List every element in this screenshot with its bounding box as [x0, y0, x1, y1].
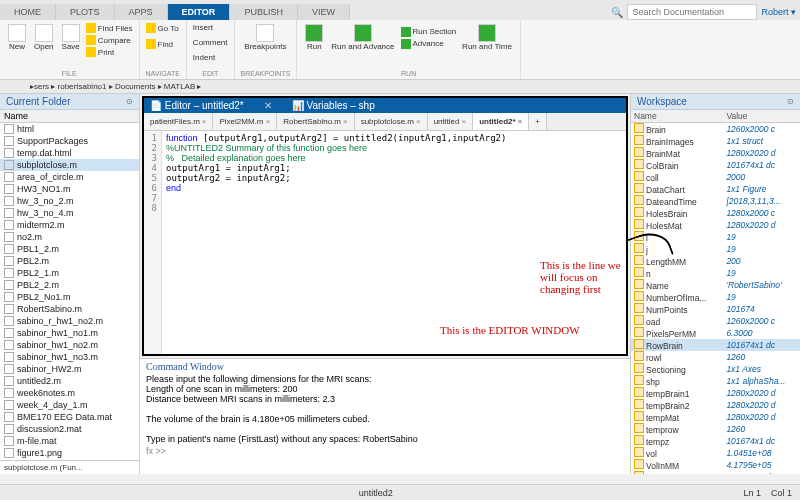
list-item[interactable]: HW3_NO1.m — [0, 183, 139, 195]
comment-button[interactable]: Comment — [193, 37, 228, 48]
run-section-button[interactable]: Run Section — [401, 26, 457, 38]
editor-titlebar[interactable]: 📄 Editor – untitled2* ✕ 📊 Variables – sh… — [144, 98, 626, 113]
table-row[interactable]: tempz101674x1 dc — [631, 435, 800, 447]
table-row[interactable]: n19 — [631, 267, 800, 279]
workspace-table[interactable]: NameValue Brain1260x2000 cBrainImages1x1… — [631, 110, 800, 474]
table-row[interactable]: oad1260x2000 c — [631, 315, 800, 327]
table-row[interactable]: BrainMat1280x2020 d — [631, 147, 800, 159]
list-item[interactable]: sabino_r_hw1_no2.m — [0, 315, 139, 327]
run-time-button[interactable]: Run and Time — [460, 22, 514, 53]
breakpoints-button[interactable]: Breakpoints — [241, 22, 291, 53]
editor-tab[interactable]: subplotclose.m × — [355, 113, 428, 130]
table-row[interactable]: HolesBrain1280x2000 c — [631, 207, 800, 219]
list-item[interactable]: BME170 EEG Data.mat — [0, 411, 139, 423]
list-item[interactable]: PBL2_1.m — [0, 267, 139, 279]
column-header-name[interactable]: Name — [4, 111, 28, 121]
run-button[interactable]: Run — [303, 22, 325, 53]
list-item[interactable]: sabinor_hw1_no3.m — [0, 351, 139, 363]
list-item[interactable]: sabinor_hw1_no2.m — [0, 339, 139, 351]
table-row[interactable]: DateandTime[2018,3,11,3... — [631, 195, 800, 207]
list-item[interactable]: week6notes.m — [0, 387, 139, 399]
close-icon[interactable]: × — [518, 117, 523, 126]
list-item[interactable]: hw_3_no_2.m — [0, 195, 139, 207]
table-row[interactable]: HolesMat1280x2020 d — [631, 219, 800, 231]
print-button[interactable]: Print — [86, 46, 133, 58]
new-button[interactable]: New — [6, 22, 28, 58]
table-row[interactable]: tempBrain21280x2020 d — [631, 399, 800, 411]
table-row[interactable]: PixelsPerMM6.3000 — [631, 327, 800, 339]
table-row[interactable]: tempBrain11280x2020 d — [631, 387, 800, 399]
list-item[interactable]: PBL2_2.m — [0, 279, 139, 291]
breadcrumb[interactable]: ▸sers ▸ robertsabino1 ▸ Documents ▸ MATL… — [0, 80, 800, 94]
table-row[interactable]: shp1x1 alphaSha... — [631, 375, 800, 387]
list-item[interactable]: SupportPackages — [0, 135, 139, 147]
editor-tab[interactable]: RobertSabino.m × — [277, 113, 354, 130]
list-item[interactable]: RobertSabino.m — [0, 303, 139, 315]
command-window[interactable]: Command Window Please input the followin… — [140, 358, 630, 474]
goto-button[interactable]: Go To — [146, 22, 180, 34]
list-item[interactable]: figure1.png — [0, 447, 139, 459]
close-icon[interactable]: × — [265, 117, 270, 126]
tab-home[interactable]: HOME — [0, 4, 56, 20]
list-item[interactable]: PBL2_No1.m — [0, 291, 139, 303]
advance-button[interactable]: Advance — [401, 38, 457, 50]
table-row[interactable]: RowBrain101674x1 dc — [631, 339, 800, 351]
editor-tab[interactable]: untitled2* × — [473, 113, 529, 130]
table-row[interactable]: NumPoints101674 — [631, 303, 800, 315]
table-row[interactable]: coll2000 — [631, 171, 800, 183]
list-item[interactable]: sabinor_hw1_no1.m — [0, 327, 139, 339]
table-row[interactable]: Name'RobertSabino' — [631, 279, 800, 291]
table-row[interactable]: Brain1260x2000 c — [631, 123, 800, 136]
panel-menu-icon[interactable]: ⊙ — [126, 97, 133, 106]
list-item[interactable]: sabinor_HW2.m — [0, 363, 139, 375]
table-row[interactable]: xBrain256354x1 dc — [631, 471, 800, 474]
table-row[interactable]: ColBrain101674x1 dc — [631, 159, 800, 171]
find-button[interactable]: Find — [146, 38, 180, 50]
table-row[interactable]: tempMat1280x2020 d — [631, 411, 800, 423]
search-input[interactable] — [627, 4, 757, 20]
close-icon[interactable]: × — [416, 117, 421, 126]
table-row[interactable]: Sectioning1x1 Axes — [631, 363, 800, 375]
file-list[interactable]: htmlSupportPackagestemp.dat.htmlsubplotc… — [0, 123, 139, 460]
open-button[interactable]: Open — [32, 22, 56, 58]
table-row[interactable]: VolInMM4.1795e+05 — [631, 459, 800, 471]
list-item[interactable]: no2.m — [0, 231, 139, 243]
list-item[interactable]: hw_3_no_4.m — [0, 207, 139, 219]
panel-menu-icon[interactable]: ⊙ — [787, 97, 794, 106]
table-row[interactable]: rowl1260 — [631, 351, 800, 363]
table-row[interactable]: vol1.0451e+08 — [631, 447, 800, 459]
list-item[interactable]: temp.dat.html — [0, 147, 139, 159]
new-tab-button[interactable]: + — [529, 113, 547, 130]
run-advance-button[interactable]: Run and Advance — [329, 22, 396, 53]
tab-apps[interactable]: APPS — [115, 4, 168, 20]
list-item[interactable]: html — [0, 123, 139, 135]
tab-view[interactable]: VIEW — [298, 4, 350, 20]
save-button[interactable]: Save — [60, 22, 82, 58]
list-item[interactable]: PBL2.m — [0, 255, 139, 267]
list-item[interactable]: week_4_day_1.m — [0, 399, 139, 411]
list-item[interactable]: m-file.mat — [0, 435, 139, 447]
table-row[interactable]: NumberOfIma...19 — [631, 291, 800, 303]
list-item[interactable]: discussion2.mat — [0, 423, 139, 435]
close-icon[interactable]: × — [343, 117, 348, 126]
insert-button[interactable]: Insert — [193, 22, 228, 33]
editor-tab[interactable]: untitled × — [428, 113, 473, 130]
list-item[interactable]: untitled2.m — [0, 375, 139, 387]
table-row[interactable]: DataChart1x1 Figure — [631, 183, 800, 195]
tab-publish[interactable]: PUBLISH — [230, 4, 298, 20]
list-item[interactable]: midterm2.m — [0, 219, 139, 231]
close-icon[interactable]: × — [461, 117, 466, 126]
code-area[interactable]: function [outputArg1,outputArg2] = untit… — [162, 131, 626, 354]
tab-plots[interactable]: PLOTS — [56, 4, 115, 20]
editor-tab[interactable]: patientFiles.m × — [144, 113, 213, 130]
editor-tab[interactable]: Pixel2MM.m × — [213, 113, 277, 130]
list-item[interactable]: PBL1_2.m — [0, 243, 139, 255]
user-menu[interactable]: Robert ▾ — [761, 7, 796, 17]
compare-button[interactable]: Compare — [86, 34, 133, 46]
table-row[interactable]: temprow1260 — [631, 423, 800, 435]
close-icon[interactable]: × — [202, 117, 207, 126]
indent-button[interactable]: Indent — [193, 52, 228, 63]
list-item[interactable]: area_of_circle.m — [0, 171, 139, 183]
find-files-button[interactable]: Find Files — [86, 22, 133, 34]
list-item[interactable]: subplotclose.m — [0, 159, 139, 171]
